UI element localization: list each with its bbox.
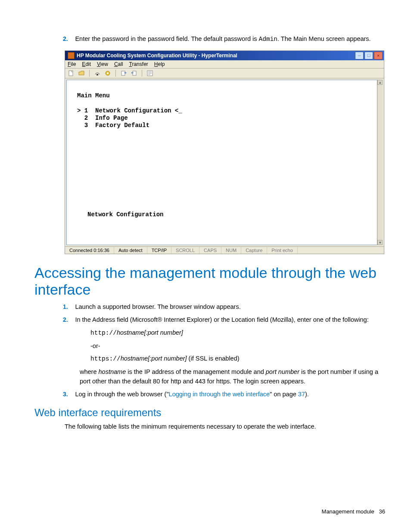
menu-view[interactable]: View: [97, 61, 108, 67]
status-caps: CAPS: [199, 247, 221, 254]
terminal-title: Main Menu: [77, 92, 368, 100]
window-title: HP Modular Cooling System Configuration …: [77, 53, 355, 59]
requirements-intro: The following table lists the minimum re…: [65, 422, 385, 432]
web-step-2-text: In the Address field (Microsoft® Interne…: [75, 316, 368, 323]
step-2-suffix: . The Main Menu screen appears.: [277, 35, 371, 42]
or-separator: -or-: [90, 341, 385, 351]
web-step-1: 1. Launch a supported browser. The brows…: [73, 302, 385, 312]
url-https-host: hostname[:port number]: [121, 355, 187, 362]
open-icon[interactable]: [78, 70, 85, 77]
where-p2: is the IP address of the management modu…: [126, 368, 266, 375]
where-hostname: hostname: [99, 368, 126, 375]
window-titlebar: HP Modular Cooling System Configuration …: [65, 51, 384, 60]
footer-label: Management module: [322, 508, 374, 515]
url-https-tail: (if SSL is enabled): [187, 355, 240, 362]
where-portnumber: port number: [266, 368, 299, 375]
scrollbar[interactable]: ▴ ▾: [377, 80, 383, 245]
menubar: File Edit View Call Transfer Help: [65, 60, 384, 68]
footer-page: 36: [379, 508, 385, 515]
step-2: 2. Enter the password in the password fi…: [73, 34, 385, 44]
section-heading: Accessing the management module through …: [34, 264, 385, 298]
url-https-proto: https://: [90, 355, 121, 362]
status-connected: Connected 0:16:36: [65, 247, 114, 254]
disconnect-icon[interactable]: [104, 70, 111, 77]
connect-icon[interactable]: [94, 70, 101, 77]
svg-rect-5: [133, 71, 136, 75]
subsection-heading: Web interface requirements: [34, 407, 385, 419]
terminal-footer: Network Configuration: [87, 211, 368, 218]
step-2-prefix: Enter the password in the password field…: [75, 35, 258, 42]
terminal-item-1: > 1 Network Configuration <_: [77, 107, 368, 115]
app-icon: [68, 52, 75, 59]
svg-rect-0: [69, 71, 73, 76]
page-footer: Management module 36: [322, 508, 385, 515]
step-3-p1: Log in through the web browser (": [75, 391, 168, 398]
statusbar: Connected 0:16:36 Auto detect TCP/IP SCR…: [65, 246, 384, 254]
step-2-code: Admin: [259, 36, 278, 43]
menu-help[interactable]: Help: [154, 61, 165, 67]
status-protocol: TCP/IP: [147, 247, 171, 254]
svg-point-3: [107, 72, 109, 74]
close-button[interactable]: [374, 52, 383, 59]
url-http-proto: http://: [90, 330, 117, 336]
status-scroll: SCROLL: [171, 247, 199, 254]
menu-edit[interactable]: Edit: [82, 61, 91, 67]
scroll-up-icon[interactable]: ▴: [377, 80, 383, 85]
step-number: 2.: [63, 316, 73, 323]
properties-icon[interactable]: [146, 70, 153, 77]
new-icon[interactable]: [68, 70, 75, 77]
svg-rect-1: [97, 74, 98, 75]
status-num: NUM: [221, 247, 241, 254]
step-number: 2.: [63, 35, 73, 42]
hyperterminal-window: HP Modular Cooling System Configuration …: [65, 50, 384, 254]
step-3-p2: " on page: [270, 391, 298, 398]
svg-rect-4: [121, 71, 125, 75]
receive-icon[interactable]: [131, 70, 137, 77]
web-step-3: 3. Log in through the web browser ("Logg…: [73, 390, 385, 399]
menu-file[interactable]: File: [68, 61, 76, 67]
step-number: 1.: [63, 303, 73, 310]
status-capture: Capture: [241, 247, 267, 254]
status-printecho: Print echo: [267, 247, 298, 254]
terminal-item-2: 2 Info Page: [77, 115, 368, 122]
scroll-down-icon[interactable]: ▾: [377, 240, 383, 245]
terminal-item-3: 3 Factory Default: [77, 122, 368, 129]
step-number: 3.: [63, 391, 73, 398]
status-autodetect: Auto detect: [114, 247, 147, 254]
web-step-2: 2. In the Address field (Microsoft® Inte…: [73, 315, 385, 325]
minimize-button[interactable]: [355, 52, 364, 59]
maximize-button[interactable]: [364, 52, 373, 59]
toolbar: [65, 68, 384, 78]
menu-call[interactable]: Call: [114, 61, 123, 67]
terminal-area: Main Menu > 1 Network Configuration <_ 2…: [66, 80, 377, 245]
step-3-p3: ).: [305, 391, 309, 398]
menu-transfer[interactable]: Transfer: [129, 61, 148, 67]
login-link[interactable]: Logging in through the web interface: [169, 391, 270, 398]
where-p1: where: [80, 368, 99, 375]
page-link[interactable]: 37: [298, 391, 305, 398]
send-icon[interactable]: [120, 70, 127, 77]
web-step-1-text: Launch a supported browser. The browser …: [75, 303, 240, 310]
url-http-host: hostname[:port number]: [117, 329, 183, 336]
